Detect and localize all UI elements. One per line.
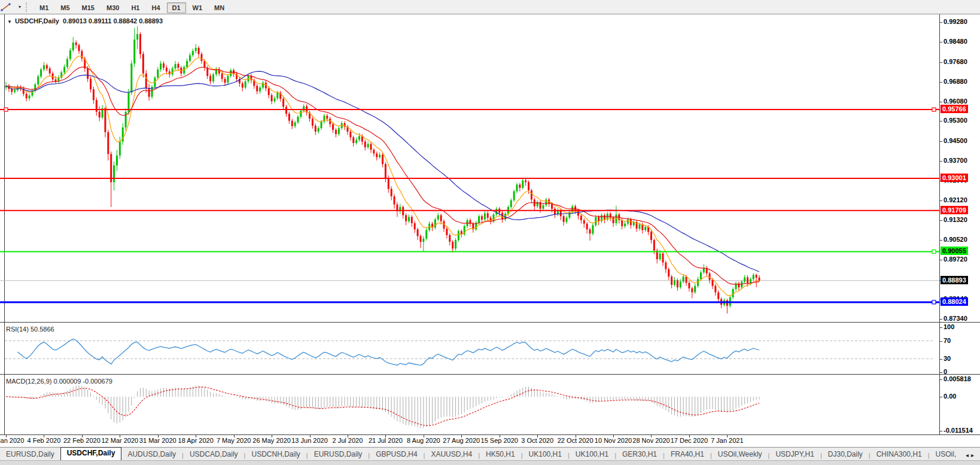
price-axis-label: 0.94500 [944,137,967,144]
axis-tick [940,141,942,142]
tab-xauusd-h4[interactable]: XAUUSD,H4 [425,449,478,460]
macd-histogram [6,385,759,428]
rsi-axis-label: 30 [944,355,951,362]
toolbar-grip [26,2,30,12]
rsi-indicator-canvas [0,323,939,374]
axis-tick [940,82,942,83]
timeframe-button-m15[interactable]: M15 [77,2,100,13]
tab-china300-h1[interactable]: CHINA300,H1 [871,449,928,460]
tab-usdchf-daily[interactable]: USDCHF,Daily [60,447,122,460]
date-label[interactable]: 2 Jul 2020 [333,437,363,444]
date-label[interactable]: 31 Mar 2020 [139,437,176,444]
tab-uk100-h1[interactable]: UK100,H1 [570,449,614,460]
hline-0.88024[interactable] [0,300,939,304]
macd-indicator-canvas [0,375,939,434]
tab-ger30-h1[interactable]: GER30,H1 [616,449,663,460]
hline-0.90055[interactable] [0,250,939,253]
rsi-line [18,339,760,365]
date-label[interactable]: 12 Mar 2020 [101,437,138,444]
top-toolbar: ▾ M1M5M15M30H1H4D1W1MN [0,0,980,14]
tab-usoil-weekly[interactable]: USOil,Weekly [712,449,768,460]
date-label[interactable]: 7 May 2020 [217,437,251,444]
date-label[interactable]: 22 Feb 2020 [63,437,101,444]
rsi-axis-label: 0 [944,368,947,375]
price-chart-canvas [0,14,939,322]
tab-usoil[interactable]: USOil, [930,449,963,460]
macd-axis-label: 0.00 [944,393,956,400]
date-label[interactable]: 16 Jan 2020 [0,437,24,444]
timeframe-button-h1[interactable]: H1 [126,2,145,13]
price-axis-label: 0.96080 [944,98,967,105]
date-label[interactable]: 3 Oct 2020 [521,437,553,444]
axis-tick [940,431,942,431]
date-label[interactable]: 4 Feb 2020 [28,437,61,444]
timeframe-button-w1[interactable]: W1 [187,2,208,13]
date-label[interactable]: 8 Aug 2020 [407,437,440,444]
rsi-axis-label: 100 [944,323,954,330]
tab-usdjpy-h1[interactable]: USDJPY,H1 [769,449,820,460]
price-axis-label: 0.92120 [944,196,967,203]
price-axis-label: 0.87340 [944,315,967,322]
hline-price-badge: 0.95766 [941,105,968,113]
date-label[interactable]: 28 Nov 2020 [632,437,669,444]
timeframe-button-m30[interactable]: M30 [101,2,124,13]
tab-uk100-h1[interactable]: UK100,H1 [523,449,568,460]
axis-tick [940,372,942,373]
timeframe-button-d1[interactable]: D1 [167,2,186,13]
timeframe-button-m5[interactable]: M5 [55,2,75,13]
tab-eurusd-daily[interactable]: EURUSD,Daily [308,449,369,460]
price-axis-label: 0.91320 [944,216,967,223]
timeframe-button-m1[interactable]: M1 [34,2,54,13]
axis-tick [940,62,942,63]
date-label[interactable]: 18 Apr 2020 [178,437,214,444]
hline-price-badge: 0.90055 [941,247,968,255]
date-label[interactable]: 22 Oct 2020 [558,437,594,444]
tab-eurusd-daily[interactable]: EURUSD,Daily [0,449,60,460]
chart-collapse-icon[interactable]: ▼ [7,19,12,25]
axis-tick [940,220,942,221]
timeframe-buttons: M1M5M15M30H1H4D1W1MN [34,2,230,13]
trendline-tool-icon[interactable] [2,2,17,13]
hline-price-badge: 0.91709 [941,206,968,214]
date-label[interactable]: 13 Jun 2020 [291,437,328,444]
axis-tick [940,379,942,380]
ma-sma45-line [6,71,759,272]
date-label[interactable]: 7 Jan 2021 [711,437,743,444]
timeframe-button-h4[interactable]: H4 [146,2,165,13]
tab-usdcnh-daily[interactable]: USDCNH,Daily [245,449,306,460]
hline-0.95766[interactable] [0,108,939,111]
tab-hk50-h1[interactable]: HK50,H1 [480,449,521,460]
price-axis-label: 0.99280 [944,18,967,25]
timeframe-button-mn[interactable]: MN [209,2,230,13]
date-label[interactable]: 27 Aug 2020 [443,437,480,444]
tab-dj30-daily[interactable]: DJ30,Daily [822,449,869,460]
candles-group [5,26,760,314]
macd-axis-label: -0.011514 [944,427,973,434]
price-axis-label: 0.89720 [944,256,967,263]
current-price-badge: 0.88893 [941,276,968,284]
axis-tick [940,200,942,201]
axis-tick [940,22,942,23]
date-label[interactable]: 21 Jul 2020 [369,437,403,444]
axis-tick [940,327,942,328]
date-label[interactable]: 10 Nov 2020 [595,437,632,444]
tab-fra40-h1[interactable]: FRA40,H1 [665,449,710,460]
axis-tick [940,161,942,162]
tab-audusd-daily[interactable]: AUDUSD,Daily [121,449,182,460]
ma-ema8-line [6,56,759,296]
date-label[interactable]: 15 Sep 2020 [481,437,518,444]
axis-tick [940,121,942,121]
tab-gbpusd-h4[interactable]: GBPUSD,H4 [370,449,423,460]
axis-tick [940,341,942,342]
hline-price-badge: 0.93001 [941,174,968,182]
tool-dropdown-caret[interactable]: ▾ [19,4,21,10]
tab-scroll-arrows[interactable]: ◂▸ [966,452,976,460]
price-axis-label: 0.95300 [944,117,967,124]
date-label[interactable]: 17 Dec 2020 [671,437,708,444]
chart-bottom-border [0,434,980,435]
macd-axis-label: 0.005818 [944,375,971,382]
date-label[interactable]: 26 May 2020 [252,437,291,444]
axis-tick [940,42,942,42]
axis-tick [940,260,942,260]
tab-usdcad-daily[interactable]: USDCAD,Daily [184,449,244,460]
